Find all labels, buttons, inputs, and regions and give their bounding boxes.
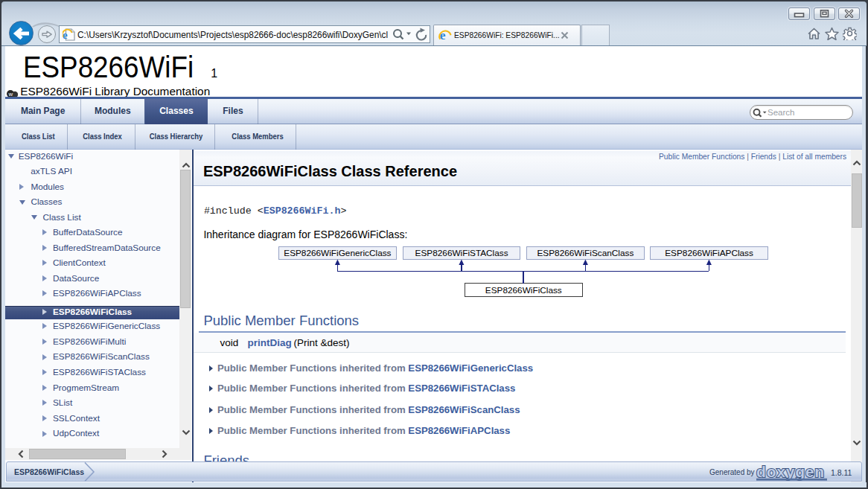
svg-text:ESP8266WiFiGenericClass: ESP8266WiFiGenericClass (284, 248, 392, 258)
svg-text:ESP8266WiFiClass: ESP8266WiFiClass (485, 285, 562, 295)
svg-text:ESP8266WiFiSTAClass: ESP8266WiFiSTAClass (415, 248, 508, 258)
svg-text:ESP8266WiFiScanClass: ESP8266WiFiScanClass (537, 248, 634, 258)
svg-text:ESP8266WiFiAPClass: ESP8266WiFiAPClass (666, 248, 754, 258)
svg-text:doxygen: doxygen (756, 464, 825, 480)
